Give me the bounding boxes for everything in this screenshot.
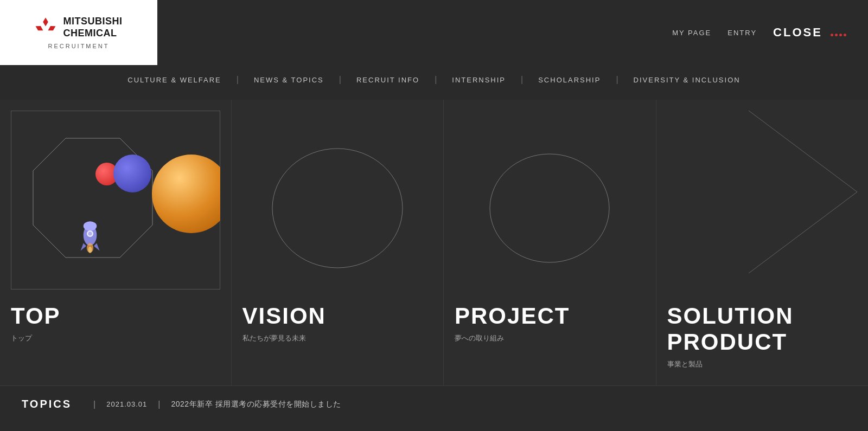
close-button[interactable]: CLOSE xyxy=(773,25,846,40)
project-circle-icon xyxy=(479,130,620,271)
topics-label: TOPICS xyxy=(22,398,72,410)
solution-title: SOLUTION PRODUCT xyxy=(667,303,857,355)
grid-item-project[interactable]: PROJECT 夢への取り組み xyxy=(444,100,656,385)
svg-point-13 xyxy=(490,154,609,262)
vision-title: VISION xyxy=(242,303,432,329)
logo-text: MITSUBISHI CHEMICAL xyxy=(63,16,122,39)
nav-diversity[interactable]: DIVERSITY & INCLUSION xyxy=(618,76,756,84)
logo-top-row: MITSUBISHI CHEMICAL xyxy=(35,16,122,39)
main-grid: TOP トップ VISION 私たちが夢見る未来 PROJECT 夢への取り組み… xyxy=(0,100,868,385)
nav-culture-welfare[interactable]: CULTURE & WELFARE xyxy=(112,76,236,84)
svg-marker-0 xyxy=(43,18,49,27)
svg-point-12 xyxy=(272,149,403,268)
planet-orange-icon xyxy=(152,155,220,233)
solution-subtitle: 事業と製品 xyxy=(667,359,857,369)
vision-subtitle: 私たちが夢見る未来 xyxy=(242,333,432,343)
svg-point-11 xyxy=(88,247,92,253)
entry-link[interactable]: ENTRY xyxy=(727,29,757,37)
top-image-box xyxy=(11,111,220,290)
company-name: MITSUBISHI xyxy=(63,16,122,28)
svg-marker-9 xyxy=(94,243,100,251)
topics-text: 2022年新卒 採用選考の応募受付を開始しました xyxy=(171,400,341,409)
company-name-2: CHEMICAL xyxy=(63,28,122,40)
topics-sep-2: | xyxy=(158,400,160,409)
nav-recruit-info[interactable]: RECRUIT INFO xyxy=(341,76,435,84)
close-dots-icon xyxy=(831,34,846,36)
vision-image xyxy=(242,111,432,290)
top-image xyxy=(11,111,220,290)
mypage-link[interactable]: MY PAGE xyxy=(672,29,711,37)
svg-marker-2 xyxy=(47,24,57,33)
topics-date: 2021.03.01 xyxy=(106,400,147,408)
solution-triangle-icon xyxy=(749,111,857,273)
svg-point-7 xyxy=(88,232,92,236)
logo-area: MITSUBISHI CHEMICAL RECRUITMENT xyxy=(0,0,157,65)
svg-point-5 xyxy=(84,221,97,231)
solution-image xyxy=(667,111,857,290)
nav-scholarship[interactable]: SCHOLARSHIP xyxy=(523,76,616,84)
svg-marker-1 xyxy=(35,24,44,33)
topics-bar: TOPICS | 2021.03.01 | 2022年新卒 採用選考の応募受付を… xyxy=(0,385,868,422)
header-right: MY PAGE ENTRY CLOSE xyxy=(157,0,868,65)
top-subtitle: トップ xyxy=(11,333,220,343)
project-subtitle: 夢への取り組み xyxy=(455,333,644,343)
nav-internship[interactable]: INTERNSHIP xyxy=(437,76,521,84)
grid-item-solution[interactable]: SOLUTION PRODUCT 事業と製品 xyxy=(656,100,868,385)
project-image xyxy=(455,111,644,290)
grid-item-vision[interactable]: VISION 私たちが夢見る未来 xyxy=(232,100,444,385)
vision-circle-icon xyxy=(267,130,408,271)
project-title: PROJECT xyxy=(455,303,644,329)
planet-blue-icon xyxy=(113,155,151,192)
rocket-icon xyxy=(71,218,109,256)
mitsubishi-logo-icon xyxy=(35,17,56,38)
nav-bar: CULTURE & WELFARE | NEWS & TOPICS | RECR… xyxy=(0,65,868,94)
top-title: TOP xyxy=(11,303,220,329)
grid-item-top[interactable]: TOP トップ xyxy=(0,100,232,385)
nav-news-topics[interactable]: NEWS & TOPICS xyxy=(239,76,339,84)
header: MITSUBISHI CHEMICAL RECRUITMENT MY PAGE … xyxy=(0,0,868,65)
svg-marker-8 xyxy=(81,243,87,251)
recruitment-label: RECRUITMENT xyxy=(48,43,109,49)
topics-sep-1: | xyxy=(93,400,95,409)
close-label: CLOSE xyxy=(773,25,822,39)
